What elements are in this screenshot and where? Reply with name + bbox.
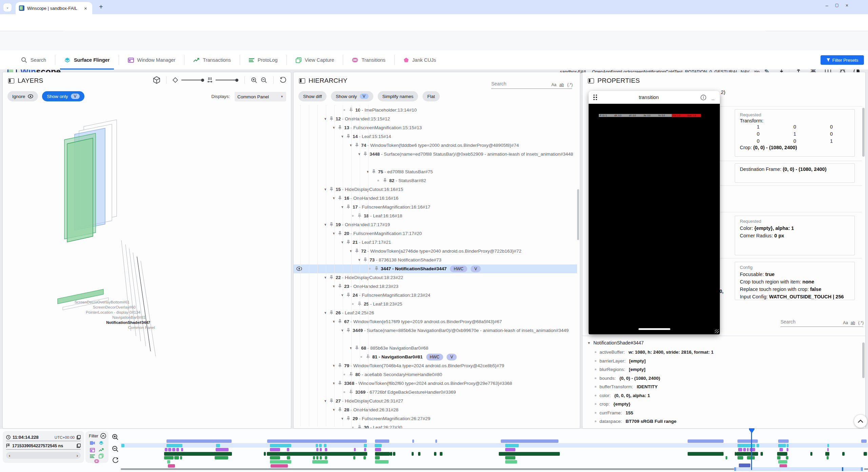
match-word-icon[interactable]: ab [851,320,855,325]
tree-row[interactable]: 3369 - 67726bf EdgeBackGestureHandler0#3… [294,388,577,397]
tree-row[interactable]: ▼26 - Leaf:24:25#26 [294,309,577,317]
trace-tab-surface-flinger[interactable]: Surface Flinger [55,51,119,70]
transition-window-header[interactable]: transition _ [589,91,720,104]
screen-recording-trace-icon[interactable] [90,441,95,445]
pin-icon[interactable] [329,115,336,121]
tree-row[interactable]: 82 - StatusBar#82 [294,176,577,185]
hierarchy-search-input[interactable]: Search Aa ab (.*) [491,81,572,89]
pin-icon[interactable] [355,247,361,253]
trace-tab-view-capture[interactable]: View Capture [287,51,343,70]
collapse-filter-icon[interactable] [100,433,106,439]
minimize-icon[interactable]: _ [712,95,714,100]
expand-arrow-icon[interactable]: ▼ [332,379,338,388]
tree-row[interactable]: ▼23 - OneHanded:18:23#23 [294,282,577,291]
expand-arrow-icon[interactable]: ▼ [332,317,338,326]
tree-row[interactable]: ▼13 - FullscreenMagnification:15:15#13 [294,123,577,132]
show-only-chip[interactable]: Show onlyV [331,91,373,101]
pin-icon[interactable] [363,150,370,156]
tree-row[interactable]: ▼79 - WindowToken{7046b4a type=2024 andr… [294,361,577,370]
pin-icon[interactable] [383,176,389,183]
scroll-left-icon[interactable]: ‹ [9,453,10,458]
property-item-currFrame[interactable]: currFrame:155 [595,410,633,415]
pin-icon[interactable] [355,344,361,350]
timeline-scroll-pill[interactable]: ‹ › [6,452,81,459]
pin-icon[interactable] [346,291,353,297]
property-item-bufferTransform[interactable]: bufferTransform:IDENTITY [595,384,658,389]
spacing-slider[interactable] [216,79,238,82]
reset-view-icon[interactable] [280,77,286,83]
tree-row-selected[interactable]: 3447 - NotificationShade#3447HWCV [294,264,577,273]
pin-icon[interactable] [329,397,336,403]
hierarchy-scrollbar[interactable] [577,189,579,240]
property-item-crop[interactable]: crop:{empty} [595,401,630,407]
pin-icon[interactable] [346,203,353,209]
expand-arrow-icon[interactable]: ▼ [324,273,329,282]
properties-scrollbar[interactable] [862,108,865,157]
simplify-names-chip[interactable]: Simplify names [378,91,418,101]
pin-icon[interactable] [355,141,361,148]
transitions-trace-icon[interactable] [94,459,99,464]
tree-row[interactable]: ▼3448 - Surface(name=ed70f88 StatusBar)/… [294,150,577,168]
tree-row[interactable]: 10 - ImePlaceholder:13:14#10 [294,106,577,115]
pin-icon[interactable] [338,406,344,412]
filter-presets-button[interactable]: Filter Presets [821,55,864,65]
trace-tab-transitions[interactable]: Transitions [343,51,394,70]
match-case-icon[interactable]: Aa [843,320,848,325]
expand-arrow-icon[interactable]: ▼ [324,397,329,405]
timeline-reset-zoom-icon[interactable] [113,457,119,464]
copy-icon[interactable] [77,444,81,448]
pin-icon[interactable] [374,264,381,271]
tree-row[interactable]: 30 - Leaf:26:27#30 [294,423,577,428]
match-case-icon[interactable]: Aa [551,82,556,87]
nanosecond-time-row[interactable]: 1715339054227572545 ns [6,442,81,450]
pin-icon[interactable] [338,361,344,368]
trace-tab-transactions[interactable]: Transactions [184,51,239,70]
pin-icon[interactable] [357,212,364,218]
tree-row[interactable]: ▼24 - FullscreenMagnification:18:23#24 [294,291,577,300]
properties-list-scrollbar[interactable] [862,342,865,378]
protolog-trace-icon[interactable] [90,454,95,458]
property-item-activeBuffer[interactable]: activeBuffer:w: 1080, h: 2400, stride: 2… [595,350,713,355]
expand-arrow-icon[interactable]: ▼ [332,229,338,238]
properties-search-input[interactable]: Search Aa ab (.*) [781,319,863,327]
tree-row[interactable]: ▼20 - FullscreenMagnification:17:17#20 [294,229,577,238]
zoom-in-icon[interactable] [251,77,257,83]
expand-arrow-icon[interactable]: ▼ [341,203,346,211]
transactions-trace-icon[interactable] [99,448,104,452]
expand-arrow-icon[interactable]: ▼ [349,344,355,352]
tree-row[interactable]: ▼3368 - WindowToken{f6b2f60 type=2024 an… [294,379,577,388]
show-only-chip[interactable]: Show onlyV [42,91,84,101]
expand-arrow-icon[interactable]: ▼ [324,185,329,194]
pin-icon[interactable] [346,238,353,244]
window-minimize-icon[interactable]: – [826,3,828,8]
trace-tab-jank-cujs[interactable]: Jank CUJs [395,51,445,70]
tree-row[interactable]: ▼74 - WindowToken{fdddbe6 type=2000 andr… [294,141,577,150]
copy-icon[interactable] [77,435,81,439]
window-maximize-icon[interactable]: ▢ [835,3,839,8]
tree-row[interactable]: ▼16 - OneHanded:16:16#16 [294,194,577,203]
tree-row[interactable]: ▼21 - Leaf:17:17#21 [294,238,577,247]
expand-arrow-icon[interactable]: ▼ [324,220,329,229]
pin-icon[interactable] [349,388,355,394]
pin-icon[interactable] [357,300,364,306]
hierarchy-tree[interactable]: 10 - ImePlaceholder:13:14#10▼12 - OneHan… [294,105,580,428]
new-tab-button[interactable]: + [99,3,103,11]
resize-handle[interactable] [715,329,719,333]
expand-arrow-icon[interactable]: ▼ [324,309,329,317]
tree-row[interactable]: ▼14 - Leaf:15:15#14 [294,132,577,141]
rotation-icon[interactable] [173,77,178,83]
expand-arrow-icon[interactable]: ▼ [332,361,338,370]
tree-row[interactable]: ▼15 - HideDisplayCutout:16:16#15 [294,185,577,194]
visibility-eye-icon[interactable] [296,267,302,271]
expand-arrow-icon[interactable]: ▼ [587,341,591,345]
expand-arrow-icon[interactable]: ▼ [349,141,355,150]
pin-icon[interactable] [349,106,355,112]
property-item-dataspace[interactable]: dataspace:BT709 sRGB Full range [595,419,676,424]
pin-icon[interactable] [372,168,378,174]
tree-row[interactable]: ▼72 - WindowToken{a2746de type=2040 andr… [294,247,577,256]
expand-arrow-icon[interactable]: ▼ [324,115,329,123]
pin-icon[interactable] [338,194,344,200]
expand-arrow-icon[interactable]: ▼ [332,282,338,291]
tree-row[interactable]: 81 - NavigationBar0#81HWCV [294,353,577,361]
tree-row[interactable]: ▼29 - FullscreenMagnification:26:27#29 [294,414,577,423]
